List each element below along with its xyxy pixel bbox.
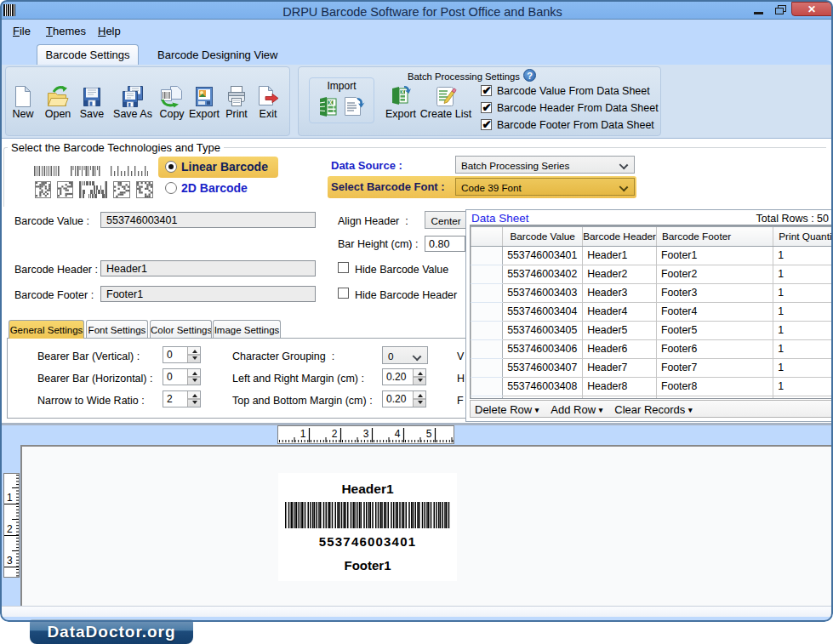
svg-text:3: 3: [7, 555, 13, 567]
svg-text:3: 3: [363, 428, 369, 440]
svg-text:X: X: [328, 100, 333, 105]
svg-text:X: X: [401, 89, 404, 94]
svg-text:1: 1: [300, 428, 306, 440]
svg-text:2: 2: [7, 523, 13, 535]
svg-text:4: 4: [395, 428, 401, 440]
svg-text:2: 2: [332, 428, 338, 440]
svg-text:1: 1: [7, 492, 13, 504]
svg-text:5: 5: [426, 428, 432, 440]
